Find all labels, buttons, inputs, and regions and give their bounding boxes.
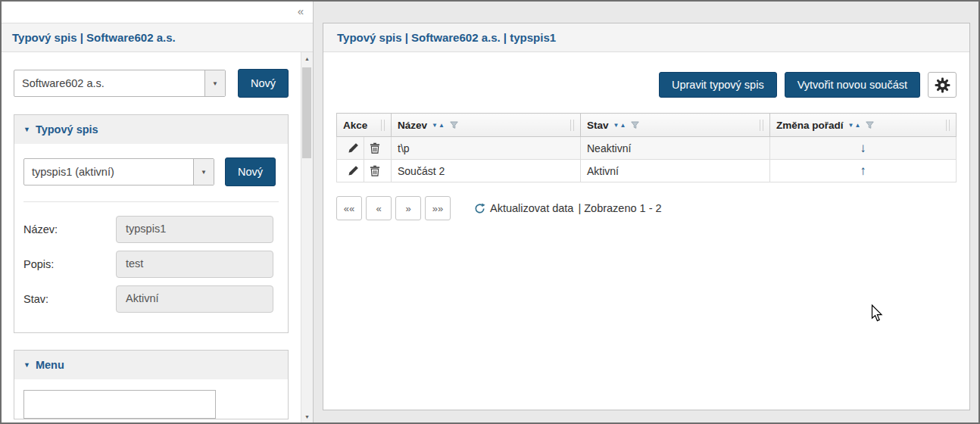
- column-label: Stav: [587, 120, 609, 131]
- create-soucast-button[interactable]: Vytvořit novou součást: [785, 72, 920, 98]
- trash-icon: [370, 165, 380, 176]
- sidebar-content: Software602 a.s. ▼ Nový ▼ Typový spis ty…: [2, 52, 313, 419]
- refresh-data-link[interactable]: Aktualizovat data: [490, 202, 573, 214]
- column-label: Změna pořadí: [776, 120, 844, 131]
- trash-icon: [370, 142, 380, 154]
- edit-typovy-spis-button[interactable]: Upravit typový spis: [659, 72, 777, 98]
- pagination: «« « » »» Aktualizovat data | Zobrazeno …: [336, 196, 957, 220]
- main-panel: Typový spis | Software602 a.s. | typspis…: [323, 23, 970, 410]
- cell-nazev: t\p: [392, 137, 581, 160]
- organization-select[interactable]: Software602 a.s. ▼: [14, 70, 226, 97]
- sidebar-topbar: «: [2, 2, 313, 23]
- chevron-down-icon: ▼: [193, 159, 214, 185]
- column-header-nazev[interactable]: Název ▼▲: [392, 114, 581, 137]
- divider: [23, 201, 279, 202]
- cell-nazev: Součást 2: [392, 160, 581, 182]
- column-header-stav[interactable]: Stav ▼▲: [581, 114, 770, 137]
- field-value-stav: Aktivní: [116, 285, 273, 313]
- menu-section: ▼ Menu: [14, 350, 289, 419]
- column-label: Název: [398, 120, 427, 131]
- sidebar-scrollbar[interactable]: ▲ ▼: [301, 52, 313, 422]
- field-value-nazev: typspis1: [116, 216, 273, 243]
- field-label-popis: Popis:: [23, 258, 116, 270]
- column-header-akce: Akce: [337, 114, 392, 137]
- typovy-spis-section-header[interactable]: ▼ Typový spis: [14, 115, 288, 144]
- pencil-icon: [348, 165, 359, 176]
- collapse-sidebar-icon[interactable]: «: [298, 5, 304, 17]
- settings-button[interactable]: [928, 72, 957, 98]
- table-status: Aktualizovat data | Zobrazeno 1 - 2: [474, 202, 662, 214]
- filter-icon[interactable]: [631, 121, 639, 129]
- section-collapse-icon: ▼: [23, 126, 30, 133]
- toolbar: Upravit typový spis Vytvořit novou součá…: [336, 72, 957, 98]
- edit-row-button[interactable]: [343, 160, 364, 182]
- column-label: Akce: [343, 120, 367, 131]
- main-title: Typový spis | Software602 a.s. | typspis…: [323, 23, 969, 52]
- refresh-icon[interactable]: [474, 203, 485, 214]
- section-collapse-icon: ▼: [23, 361, 30, 369]
- app-window: « Typový spis | Software602 a.s. Softwar…: [2, 2, 978, 422]
- typspis-select-value: typspis1 (aktivní): [24, 159, 193, 185]
- first-page-button[interactable]: ««: [336, 196, 362, 220]
- menu-section-body: [14, 379, 288, 419]
- typovy-spis-section-body: typspis1 (aktivní) ▼ Nový Název: typspis…: [14, 144, 288, 332]
- previous-page-button[interactable]: «: [366, 196, 392, 220]
- cell-stav: Neaktivní: [581, 137, 770, 160]
- cell-stav: Aktivní: [581, 160, 770, 182]
- next-page-button[interactable]: »: [395, 196, 421, 220]
- field-label-stav: Stav:: [23, 293, 116, 305]
- section-title: Typový spis: [36, 123, 98, 136]
- typspis-select[interactable]: typspis1 (aktivní) ▼: [23, 158, 214, 186]
- column-resize-grip[interactable]: [570, 120, 574, 131]
- new-typspis-button[interactable]: Nový: [225, 157, 276, 186]
- column-resize-grip[interactable]: [381, 120, 385, 131]
- shown-range-text: | Zobrazeno 1 - 2: [578, 202, 661, 214]
- column-resize-grip[interactable]: [946, 120, 950, 131]
- move-down-button[interactable]: ↓: [860, 141, 866, 155]
- typovy-spis-section: ▼ Typový spis typspis1 (aktivní) ▼ Nový …: [14, 114, 289, 333]
- column-header-zmena-poradi[interactable]: Změna pořadí ▼▲: [770, 114, 957, 137]
- delete-row-button[interactable]: [364, 137, 385, 159]
- edit-row-button[interactable]: [343, 137, 364, 159]
- filter-icon[interactable]: [450, 121, 458, 129]
- pencil-icon: [348, 142, 359, 154]
- filter-icon[interactable]: [866, 121, 874, 129]
- menu-select[interactable]: [23, 390, 216, 419]
- table-row: Součást 2 Aktivní ↑: [337, 160, 957, 182]
- chevron-down-icon: ▼: [204, 70, 225, 96]
- column-resize-grip[interactable]: [760, 120, 763, 131]
- section-title: Menu: [36, 359, 64, 371]
- sort-icons[interactable]: ▼▲: [848, 122, 862, 129]
- delete-row-button[interactable]: [364, 160, 385, 182]
- sort-icons[interactable]: ▼▲: [613, 122, 627, 129]
- new-organization-button[interactable]: Nový: [238, 69, 289, 98]
- gear-icon: [935, 77, 950, 93]
- soucasti-table: Akce Název ▼▲: [336, 113, 957, 182]
- field-label-nazev: Název:: [23, 223, 116, 235]
- sort-icons[interactable]: ▼▲: [432, 122, 445, 129]
- main-content: Upravit typový spis Vytvořit novou součá…: [323, 72, 969, 220]
- scrollbar-thumb[interactable]: [302, 67, 311, 158]
- organization-select-value: Software602 a.s.: [14, 70, 204, 96]
- move-up-button[interactable]: ↑: [860, 164, 866, 178]
- field-value-popis: test: [116, 251, 273, 278]
- scroll-up-button[interactable]: ▲: [301, 52, 313, 64]
- menu-section-header[interactable]: ▼ Menu: [14, 351, 288, 379]
- table-row: t\p Neaktivní ↓: [337, 137, 957, 160]
- sidebar-title: Typový spis | Software602 a.s.: [2, 23, 313, 52]
- sidebar: « Typový spis | Software602 a.s. Softwar…: [2, 2, 314, 422]
- last-page-button[interactable]: »»: [425, 196, 451, 220]
- scroll-down-button[interactable]: ▼: [301, 410, 313, 422]
